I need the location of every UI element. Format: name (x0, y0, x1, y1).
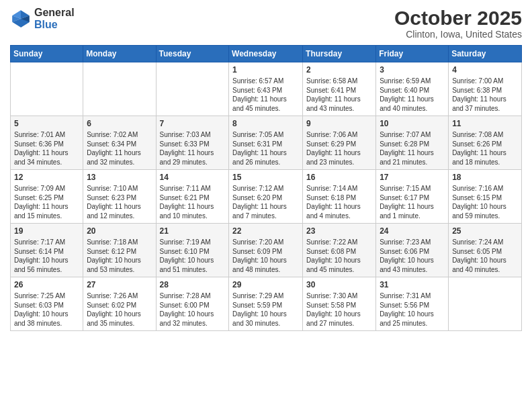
logo: General Blue (10, 7, 75, 30)
day-number: 22 (232, 226, 299, 236)
calendar-cell: 2Sunrise: 6:58 AMSunset: 6:41 PMDaylight… (303, 62, 376, 116)
day-info: Sunrise: 7:16 AMSunset: 6:15 PMDaylight:… (452, 184, 518, 220)
calendar-week-4: 19Sunrise: 7:17 AMSunset: 6:14 PMDayligh… (11, 224, 522, 277)
day-number: 24 (380, 226, 445, 236)
day-header-friday: Friday (376, 46, 449, 62)
calendar-cell: 20Sunrise: 7:18 AMSunset: 6:12 PMDayligh… (83, 224, 156, 277)
day-info: Sunrise: 7:22 AMSunset: 6:08 PMDaylight:… (306, 238, 372, 274)
calendar-cell: 5Sunrise: 7:01 AMSunset: 6:36 PMDaylight… (11, 116, 83, 170)
calendar-cell: 29Sunrise: 7:29 AMSunset: 5:59 PMDayligh… (229, 277, 303, 331)
day-number: 1 (232, 65, 299, 75)
day-number: 29 (232, 280, 299, 289)
calendar-cell: 6Sunrise: 7:02 AMSunset: 6:34 PMDaylight… (83, 116, 156, 170)
day-number: 30 (306, 280, 372, 289)
logo-general-text: General (34, 7, 75, 19)
calendar-cell: 28Sunrise: 7:28 AMSunset: 6:00 PMDayligh… (156, 277, 229, 331)
calendar-cell: 8Sunrise: 7:05 AMSunset: 6:31 PMDaylight… (229, 116, 303, 170)
day-number: 25 (452, 226, 518, 236)
day-number: 18 (452, 173, 518, 182)
logo-blue-text: Blue (34, 19, 75, 31)
calendar-week-2: 5Sunrise: 7:01 AMSunset: 6:36 PMDaylight… (11, 116, 522, 170)
day-number: 12 (14, 173, 79, 182)
calendar-week-1: 1Sunrise: 6:57 AMSunset: 6:43 PMDaylight… (11, 62, 522, 116)
day-header-wednesday: Wednesday (229, 46, 303, 62)
day-info: Sunrise: 7:09 AMSunset: 6:25 PMDaylight:… (14, 184, 79, 220)
day-number: 2 (306, 65, 372, 75)
day-info: Sunrise: 7:05 AMSunset: 6:31 PMDaylight:… (232, 130, 299, 167)
month-title: October 2025 (394, 7, 522, 29)
day-number: 15 (232, 173, 299, 182)
day-number: 9 (306, 119, 372, 128)
day-number: 19 (14, 226, 79, 236)
day-info: Sunrise: 7:10 AMSunset: 6:23 PMDaylight:… (87, 184, 152, 220)
day-info: Sunrise: 6:59 AMSunset: 6:40 PMDaylight:… (380, 77, 445, 113)
header: General Blue October 2025 Clinton, Iowa,… (10, 7, 522, 40)
calendar-cell: 9Sunrise: 7:06 AMSunset: 6:29 PMDaylight… (303, 116, 376, 170)
calendar-cell: 24Sunrise: 7:23 AMSunset: 6:06 PMDayligh… (376, 224, 449, 277)
day-number: 27 (87, 280, 152, 289)
day-number: 6 (87, 119, 152, 128)
day-header-monday: Monday (83, 46, 156, 62)
calendar-cell: 12Sunrise: 7:09 AMSunset: 6:25 PMDayligh… (11, 170, 83, 224)
page: General Blue October 2025 Clinton, Iowa,… (0, 0, 532, 411)
calendar-cell (156, 62, 229, 116)
day-number: 10 (380, 119, 445, 128)
day-info: Sunrise: 7:07 AMSunset: 6:28 PMDaylight:… (380, 130, 445, 167)
day-header-thursday: Thursday (303, 46, 376, 62)
day-number: 23 (306, 226, 372, 236)
day-number: 28 (160, 280, 226, 289)
day-info: Sunrise: 7:29 AMSunset: 5:59 PMDaylight:… (232, 291, 299, 328)
day-info: Sunrise: 7:14 AMSunset: 6:18 PMDaylight:… (306, 184, 372, 220)
calendar-cell: 21Sunrise: 7:19 AMSunset: 6:10 PMDayligh… (156, 224, 229, 277)
day-info: Sunrise: 7:00 AMSunset: 6:38 PMDaylight:… (452, 77, 518, 113)
location: Clinton, Iowa, United States (394, 29, 522, 40)
calendar-cell (449, 277, 522, 331)
calendar-cell: 26Sunrise: 7:25 AMSunset: 6:03 PMDayligh… (11, 277, 83, 331)
day-number: 4 (452, 65, 518, 75)
day-info: Sunrise: 7:06 AMSunset: 6:29 PMDaylight:… (306, 130, 372, 167)
day-info: Sunrise: 7:11 AMSunset: 6:21 PMDaylight:… (160, 184, 226, 220)
day-info: Sunrise: 7:08 AMSunset: 6:26 PMDaylight:… (452, 130, 518, 167)
calendar-cell: 10Sunrise: 7:07 AMSunset: 6:28 PMDayligh… (376, 116, 449, 170)
day-number: 13 (87, 173, 152, 182)
calendar-cell: 15Sunrise: 7:12 AMSunset: 6:20 PMDayligh… (229, 170, 303, 224)
day-info: Sunrise: 7:31 AMSunset: 5:56 PMDaylight:… (380, 291, 445, 328)
logo-icon (10, 8, 32, 30)
calendar-cell: 1Sunrise: 6:57 AMSunset: 6:43 PMDaylight… (229, 62, 303, 116)
calendar-cell: 19Sunrise: 7:17 AMSunset: 6:14 PMDayligh… (11, 224, 83, 277)
day-info: Sunrise: 7:17 AMSunset: 6:14 PMDaylight:… (14, 238, 79, 274)
calendar-cell: 25Sunrise: 7:24 AMSunset: 6:05 PMDayligh… (449, 224, 522, 277)
calendar-cell: 23Sunrise: 7:22 AMSunset: 6:08 PMDayligh… (303, 224, 376, 277)
day-number: 31 (380, 280, 445, 289)
calendar-cell: 3Sunrise: 6:59 AMSunset: 6:40 PMDaylight… (376, 62, 449, 116)
day-info: Sunrise: 7:26 AMSunset: 6:02 PMDaylight:… (87, 291, 152, 328)
day-info: Sunrise: 7:02 AMSunset: 6:34 PMDaylight:… (87, 130, 152, 167)
day-number: 17 (380, 173, 445, 182)
day-number: 11 (452, 119, 518, 128)
calendar-header-row: SundayMondayTuesdayWednesdayThursdayFrid… (11, 46, 522, 62)
logo-text: General Blue (34, 7, 75, 30)
day-info: Sunrise: 7:20 AMSunset: 6:09 PMDaylight:… (232, 238, 299, 274)
calendar-cell: 14Sunrise: 7:11 AMSunset: 6:21 PMDayligh… (156, 170, 229, 224)
day-info: Sunrise: 7:15 AMSunset: 6:17 PMDaylight:… (380, 184, 445, 220)
day-number: 8 (232, 119, 299, 128)
day-info: Sunrise: 7:03 AMSunset: 6:33 PMDaylight:… (160, 130, 226, 167)
calendar-cell: 11Sunrise: 7:08 AMSunset: 6:26 PMDayligh… (449, 116, 522, 170)
day-header-saturday: Saturday (449, 46, 522, 62)
calendar-cell: 18Sunrise: 7:16 AMSunset: 6:15 PMDayligh… (449, 170, 522, 224)
day-info: Sunrise: 6:58 AMSunset: 6:41 PMDaylight:… (306, 77, 372, 113)
day-info: Sunrise: 7:01 AMSunset: 6:36 PMDaylight:… (14, 130, 79, 167)
day-number: 21 (160, 226, 226, 236)
day-header-tuesday: Tuesday (156, 46, 229, 62)
calendar-cell: 30Sunrise: 7:30 AMSunset: 5:58 PMDayligh… (303, 277, 376, 331)
calendar-cell: 7Sunrise: 7:03 AMSunset: 6:33 PMDaylight… (156, 116, 229, 170)
calendar-cell: 16Sunrise: 7:14 AMSunset: 6:18 PMDayligh… (303, 170, 376, 224)
day-info: Sunrise: 7:18 AMSunset: 6:12 PMDaylight:… (87, 238, 152, 274)
day-number: 16 (306, 173, 372, 182)
calendar-week-5: 26Sunrise: 7:25 AMSunset: 6:03 PMDayligh… (11, 277, 522, 331)
calendar-cell (83, 62, 156, 116)
day-number: 7 (160, 119, 226, 128)
day-header-sunday: Sunday (11, 46, 83, 62)
calendar-cell (11, 62, 83, 116)
day-number: 26 (14, 280, 79, 289)
